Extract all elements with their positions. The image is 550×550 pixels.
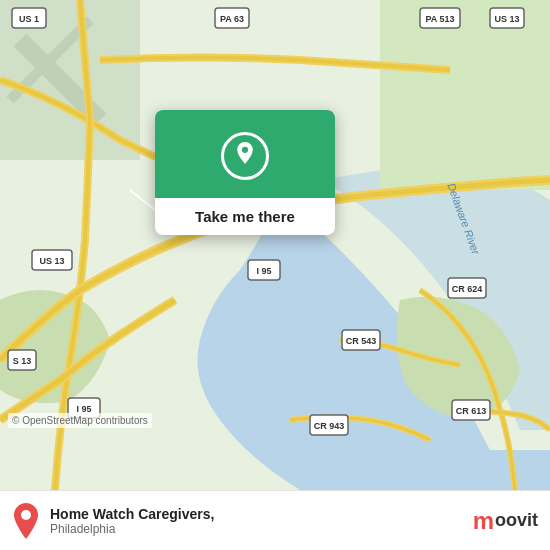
us13-left-label: US 13 [39, 256, 64, 266]
cr543-label: CR 543 [346, 336, 377, 346]
bottom-bar: Home Watch Caregivers, Philadelphia m oo… [0, 490, 550, 550]
popup-green-area [155, 110, 335, 198]
moovit-logo: m oovit [473, 507, 538, 535]
svg-rect-1 [380, 0, 550, 190]
map-container: US 1 PA 63 PA 513 US 13 US 13 I 95 I 95 … [0, 0, 550, 490]
us13-top-label: US 13 [494, 14, 519, 24]
cr943-label: CR 943 [314, 421, 345, 431]
place-pin-icon [12, 503, 40, 539]
place-city: Philadelphia [50, 522, 214, 536]
osm-attribution: © OpenStreetMap contributors [8, 413, 152, 428]
cr613-label: CR 613 [456, 406, 487, 416]
pa513-label: PA 513 [425, 14, 454, 24]
i95-main-label: I 95 [256, 266, 271, 276]
place-name: Home Watch Caregivers, [50, 506, 214, 522]
svg-point-21 [21, 510, 31, 520]
location-icon-circle [221, 132, 269, 180]
pa63-label: PA 63 [220, 14, 244, 24]
place-info: Home Watch Caregivers, Philadelphia [50, 506, 214, 536]
moovit-m-icon: m [473, 507, 494, 535]
s13-label: S 13 [13, 356, 32, 366]
popup-card[interactable]: Take me there [155, 110, 335, 235]
popup-label[interactable]: Take me there [179, 198, 311, 235]
svg-point-20 [242, 147, 248, 153]
cr624-label: CR 624 [452, 284, 483, 294]
moovit-text: oovit [495, 510, 538, 531]
location-pin-icon [231, 142, 259, 170]
us1-label: US 1 [19, 14, 39, 24]
